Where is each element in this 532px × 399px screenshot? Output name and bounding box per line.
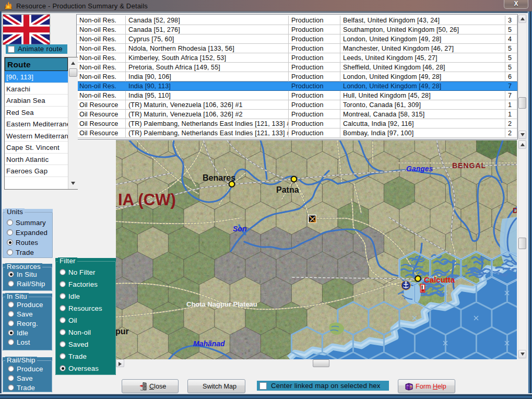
svg-text:D: D	[513, 206, 517, 215]
svg-text:BENGAL: BENGAL	[452, 161, 486, 170]
svg-text:pur: pur	[116, 327, 129, 336]
svg-text:Chota Nagpur Plateau: Chota Nagpur Plateau	[186, 300, 257, 308]
svg-text:IA (CW): IA (CW)	[118, 191, 176, 209]
svg-text:Mahãnad: Mahãnad	[193, 339, 225, 348]
svg-text:Son: Son	[233, 225, 246, 233]
svg-text:Patna: Patna	[276, 185, 299, 194]
svg-text:Calcutta: Calcutta	[424, 275, 455, 284]
svg-text:?: ?	[410, 385, 412, 390]
svg-text:Ganges: Ganges	[406, 165, 433, 173]
